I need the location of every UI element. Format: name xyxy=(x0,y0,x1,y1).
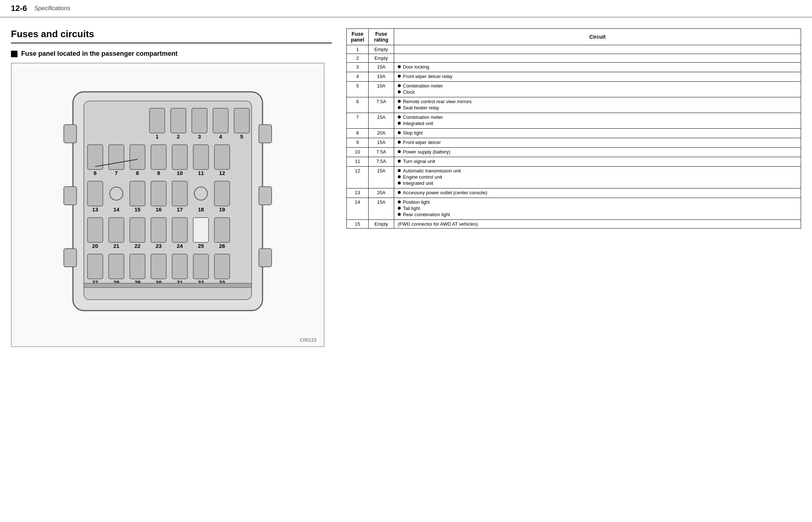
svg-rect-51 xyxy=(130,218,145,242)
svg-text:20: 20 xyxy=(92,243,98,249)
svg-rect-47 xyxy=(88,218,103,242)
fuse-rating: 7.5A xyxy=(369,97,394,113)
page-number: 12-6 xyxy=(11,4,27,13)
col-fuse-panel: Fusepanel xyxy=(347,29,369,45)
circuit-item: Tail light xyxy=(398,206,798,211)
svg-text:9: 9 xyxy=(157,170,160,176)
svg-rect-2 xyxy=(64,125,77,143)
circuit-text: Rear combination light xyxy=(403,212,450,217)
svg-rect-16 xyxy=(234,108,249,133)
svg-text:3: 3 xyxy=(198,133,201,140)
fuse-panel-num: 1 xyxy=(347,45,369,54)
fuse-panel-diagram: 1 2 3 4 5 6 7 xyxy=(11,63,325,347)
svg-text:19: 19 xyxy=(219,206,225,213)
table-row: 1Empty xyxy=(347,45,801,54)
fuse-panel-num: 3 xyxy=(347,63,369,72)
svg-rect-10 xyxy=(171,108,186,133)
fuse-circuit: (FWD connector for AWD AT vehicles) xyxy=(394,220,801,229)
fuse-rating: Empty xyxy=(369,220,394,229)
svg-rect-39 xyxy=(151,181,166,206)
content-area: Fuses and circuits Fuse panel located in… xyxy=(0,17,812,358)
left-section: Fuses and circuits Fuse panel located in… xyxy=(11,28,332,347)
table-row: 715ACombination meterIntegrated unit xyxy=(347,113,801,129)
svg-text:22: 22 xyxy=(135,243,141,249)
svg-rect-33 xyxy=(88,181,103,206)
bullet-dot-icon xyxy=(398,75,401,78)
svg-rect-69 xyxy=(172,254,187,279)
table-row: 107.5APower supply (battery) xyxy=(347,148,801,157)
fuse-circuit: Automatic transmission unitEngine contro… xyxy=(394,167,801,188)
fuse-panel-num: 9 xyxy=(347,138,369,148)
svg-text:4: 4 xyxy=(219,133,222,140)
svg-rect-55 xyxy=(172,218,187,242)
section-title: Fuses and circuits xyxy=(11,28,332,43)
circuit-text: Stop light xyxy=(403,130,423,136)
bullet-dot-icon xyxy=(398,182,401,184)
circuit-item: Automatic transmission unit xyxy=(398,168,798,174)
svg-rect-30 xyxy=(214,145,230,170)
table-row: 15Empty(FWD connector for AWD AT vehicle… xyxy=(347,220,801,229)
bullet-dot-icon xyxy=(398,213,401,216)
svg-text:16: 16 xyxy=(156,206,162,213)
circuit-item: Front wiper deicer xyxy=(398,140,798,145)
fuse-panel-num: 4 xyxy=(347,72,369,82)
table-row: 117.5ATurn signal unit xyxy=(347,157,801,167)
svg-rect-37 xyxy=(130,181,145,206)
bullet-dot-icon xyxy=(398,160,401,163)
bullet-dot-icon xyxy=(398,100,401,103)
fuse-circuit xyxy=(394,54,801,63)
circuit-item: Position light xyxy=(398,199,798,205)
circuit-text: Tail light xyxy=(403,206,420,211)
bullet-dot-icon xyxy=(398,191,401,194)
subsection-label: Fuse panel located in the passenger comp… xyxy=(21,50,178,58)
svg-rect-8 xyxy=(149,108,165,133)
fuse-rating: 15A xyxy=(369,63,394,72)
svg-rect-67 xyxy=(151,254,166,279)
circuit-text: Remote control rear view mirrors xyxy=(403,99,472,104)
bullet-dot-icon xyxy=(398,207,401,210)
svg-text:5: 5 xyxy=(240,133,243,140)
circuit-item: Combination meter xyxy=(398,83,798,89)
svg-rect-53 xyxy=(151,218,166,242)
fuse-panel-num: 11 xyxy=(347,157,369,167)
subsection-title: Fuse panel located in the passenger comp… xyxy=(11,50,332,58)
table-row: 820AStop light xyxy=(347,129,801,138)
circuit-item: Seat heater relay xyxy=(398,105,798,110)
circuit-item: Power supply (battery) xyxy=(398,149,798,155)
svg-text:11: 11 xyxy=(198,170,204,176)
fuse-panel-num: 8 xyxy=(347,129,369,138)
circuit-text: Seat heater relay xyxy=(403,105,439,110)
svg-rect-71 xyxy=(193,254,209,279)
circuit-text: Front wiper deicer relay xyxy=(403,74,452,79)
fuse-circuit: Combination meterIntegrated unit xyxy=(394,113,801,129)
svg-rect-6 xyxy=(259,187,272,205)
black-square-icon xyxy=(11,51,18,57)
fuse-circuit: Door locking xyxy=(394,63,801,72)
svg-rect-61 xyxy=(88,254,103,279)
fuse-panel-num: 10 xyxy=(347,148,369,157)
circuit-item: Rear combination light xyxy=(398,212,798,217)
circuit-text: Position light xyxy=(403,199,430,205)
circuit-text: Combination meter xyxy=(403,114,443,120)
svg-rect-65 xyxy=(130,254,145,279)
svg-text:14: 14 xyxy=(113,206,120,213)
fuse-panel-num: 5 xyxy=(347,82,369,97)
svg-rect-28 xyxy=(193,145,209,170)
fuse-panel-num: 12 xyxy=(347,167,369,188)
fuse-circuit: Accessory power outlet (center console) xyxy=(394,188,801,198)
circuit-text: Integrated unit xyxy=(403,180,433,186)
svg-text:12: 12 xyxy=(219,170,225,176)
svg-rect-63 xyxy=(109,254,124,279)
circuit-item: Door locking xyxy=(398,64,798,70)
svg-rect-3 xyxy=(64,187,77,205)
fuse-circuit: Turn signal unit xyxy=(394,157,801,167)
bullet-dot-icon xyxy=(398,200,401,203)
svg-text:24: 24 xyxy=(177,243,183,249)
table-row: 915AFront wiper deicer xyxy=(347,138,801,148)
bullet-dot-icon xyxy=(398,84,401,87)
circuit-text: Turn signal unit xyxy=(403,159,435,164)
circuit-item: Front wiper deicer relay xyxy=(398,74,798,79)
svg-rect-57 xyxy=(193,218,209,242)
table-row: 1320AAccessory power outlet (center cons… xyxy=(347,188,801,198)
fuse-rating: 10A xyxy=(369,72,394,82)
